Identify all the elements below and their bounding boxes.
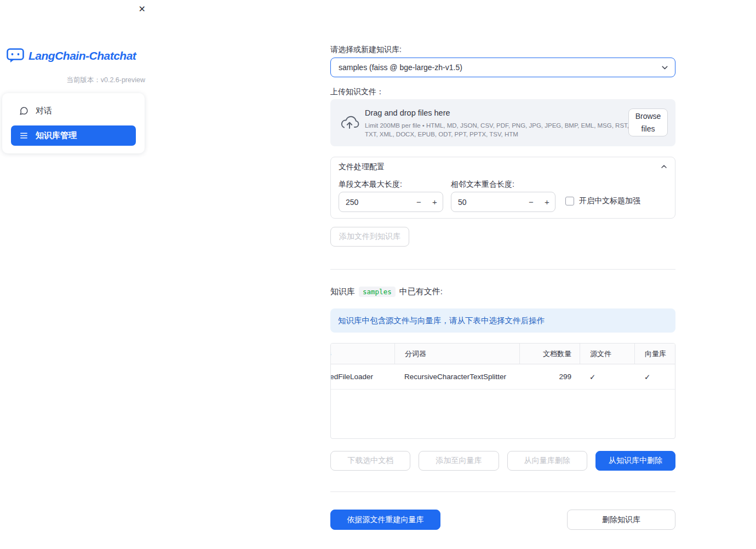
download-selected-button[interactable]: 下载选中文档: [330, 451, 410, 471]
sidebar-item-kb-management[interactable]: 知识库管理: [11, 125, 136, 146]
app: ✕ LangChain-Chatchat 当前版本：v0.2.6-preview…: [0, 0, 756, 549]
table-row[interactable]: UnstructuredFileLoader RecursiveCharacte…: [330, 364, 675, 390]
info-banner: 知识库中包含源文件与向量库，请从下表中选择文件后操作: [330, 308, 675, 333]
table-header-loader: 文档加载器: [330, 344, 394, 364]
overlap-size-value: 50: [451, 198, 523, 207]
table-header-source-file: 源文件: [580, 344, 634, 364]
sidebar-item-label: 对话: [36, 106, 52, 116]
delete-from-kb-button[interactable]: 从知识库中删除: [595, 451, 675, 471]
cloud-upload-icon: [340, 115, 359, 133]
chunk-size-input[interactable]: 250 − +: [339, 192, 443, 212]
chevron-up-icon[interactable]: [660, 162, 668, 173]
overlap-size-label: 相邻文本重合长度:: [451, 180, 514, 190]
table-header-row: 文档加载器 分词器 文档数量 源文件 向量库: [330, 344, 675, 364]
browse-files-button[interactable]: Browse files: [628, 108, 668, 136]
main-content: 请选择或新建知识库: samples (faiss @ bge-large-zh…: [330, 0, 675, 549]
cell-splitter: RecursiveCharacterTextSplitter: [394, 364, 519, 389]
chevron-down-icon: [660, 63, 669, 72]
file-config-expander: 文件处理配置 单段文本最大长度: 相邻文本重合长度: 250 − + 50 − …: [330, 157, 675, 219]
table-header-doc-count: 文档数量: [519, 344, 580, 364]
row-actions: 下载选中文档 添加至向量库 从向量库删除 从知识库中删除: [330, 451, 675, 471]
overlap-increment-button[interactable]: +: [539, 197, 555, 207]
overlap-size-input[interactable]: 50 − +: [451, 192, 555, 212]
table-header-splitter: 分词器: [394, 344, 519, 364]
logo: LangChain-Chatchat: [7, 48, 136, 63]
upload-label: 上传知识文件：: [330, 87, 384, 97]
divider: [330, 491, 675, 492]
cell-vector-check: ✓: [634, 364, 675, 389]
sidebar-item-label: 知识库管理: [36, 130, 77, 141]
zh-title-enhance-checkbox[interactable]: 开启中文标题加强: [565, 196, 640, 206]
logo-chat-icon: [7, 48, 24, 63]
remove-from-vector-store-button[interactable]: 从向量库删除: [507, 451, 587, 471]
file-uploader-dropzone[interactable]: Drag and drop files here Limit 200MB per…: [330, 99, 675, 146]
kb-name-code: samples: [359, 287, 396, 297]
sidebar-item-chat[interactable]: 对话: [11, 101, 136, 121]
sidebar: ✕ LangChain-Chatchat 当前版本：v0.2.6-preview…: [0, 0, 153, 549]
kb-select-label: 请选择或新建知识库:: [330, 45, 402, 55]
existing-files-prefix: 知识库: [330, 287, 355, 297]
rebuild-vector-store-button[interactable]: 依据源文件重建向量库: [330, 510, 440, 530]
checkbox-box[interactable]: [565, 197, 574, 205]
logo-text: LangChain-Chatchat: [28, 49, 136, 62]
checkbox-label: 开启中文标题加强: [579, 196, 640, 206]
overlap-decrement-button[interactable]: −: [523, 197, 539, 207]
cell-source-check: ✓: [580, 364, 634, 389]
chunk-size-decrement-button[interactable]: −: [411, 197, 427, 207]
expander-title: 文件处理配置: [339, 162, 385, 172]
dropzone-limit-line1: Limit 200MB per file • HTML, MD, JSON, C…: [365, 122, 644, 129]
files-table: 文档加载器 分词器 文档数量 源文件 向量库 UnstructuredFileL…: [330, 343, 675, 439]
existing-files-heading: 知识库 samples 中已有文件:: [330, 287, 443, 297]
files-table-inner: 文档加载器 分词器 文档数量 源文件 向量库 UnstructuredFileL…: [330, 344, 675, 390]
cell-doc-count: 299: [519, 364, 580, 389]
kb-select-value: samples (faiss @ bge-large-zh-v1.5): [331, 63, 660, 72]
add-to-vector-store-button[interactable]: 添加至向量库: [419, 451, 499, 471]
add-files-to-kb-button[interactable]: 添加文件到知识库: [330, 227, 409, 247]
chunk-size-value: 250: [339, 198, 411, 207]
version-label: 当前版本：v0.2.6-preview: [66, 76, 145, 85]
dropzone-limit-line2: TXT, XML, DOCX, EPUB, ODT, PPT, PPTX, TS…: [365, 131, 518, 138]
existing-files-suffix: 中已有文件:: [399, 287, 443, 297]
kb-select[interactable]: samples (faiss @ bge-large-zh-v1.5): [330, 58, 675, 77]
list-icon: [19, 131, 28, 140]
delete-kb-button[interactable]: 删除知识库: [567, 510, 675, 530]
chunk-size-label: 单段文本最大长度:: [339, 180, 402, 190]
chat-bubble-icon: [19, 106, 28, 116]
divider: [330, 269, 675, 270]
chunk-size-increment-button[interactable]: +: [427, 197, 443, 207]
dropzone-instruction: Drag and drop files here: [365, 108, 450, 117]
close-sidebar-icon[interactable]: ✕: [139, 4, 146, 14]
sidebar-menu: 对话 知识库管理: [2, 93, 145, 153]
cell-loader: UnstructuredFileLoader: [330, 364, 394, 389]
table-header-vector-store: 向量库: [634, 344, 675, 364]
